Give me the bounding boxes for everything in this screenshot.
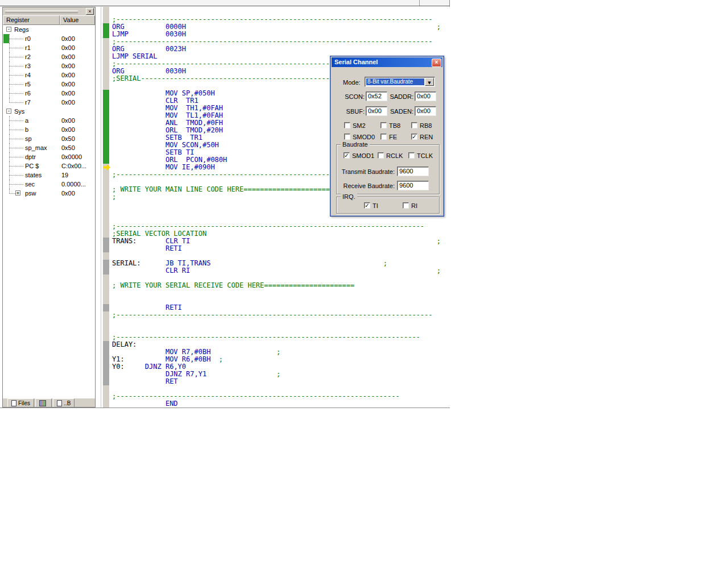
register-row-sp[interactable]: sp0x50 <box>3 134 95 143</box>
sbuf-value: 0x00 <box>368 107 382 114</box>
register-row-sys[interactable]: -Sys <box>3 107 95 116</box>
checkbox-box <box>380 134 387 140</box>
collapse-icon[interactable]: - <box>6 109 11 114</box>
register-name: psw <box>25 190 36 197</box>
tab-regs[interactable] <box>35 398 52 407</box>
register-value: 0x00 <box>61 81 75 88</box>
collapse-icon[interactable]: - <box>6 27 11 32</box>
transmit-baudrate-value: 9600 <box>399 168 413 174</box>
register-row-states[interactable]: states19 <box>3 171 95 180</box>
saddr-input[interactable]: 0x00 <box>415 92 436 101</box>
sbuf-input[interactable]: 0x00 <box>366 106 387 116</box>
checkbox-row-1: SM2TB8RB8 <box>332 122 442 130</box>
register-name: sp_max <box>25 144 47 151</box>
register-name: r6 <box>25 90 31 97</box>
saden-label: SADEN: <box>387 108 413 115</box>
checkbox-box: ✓ <box>344 152 350 159</box>
dialog-titlebar[interactable]: Serial Channel × <box>332 57 442 67</box>
tab-files[interactable]: Files <box>7 398 34 407</box>
checkbox-ri[interactable]: RI <box>403 202 417 209</box>
expand-icon[interactable]: + <box>15 190 20 196</box>
transmit-baudrate-input[interactable]: 9600 <box>397 167 429 176</box>
column-header-value[interactable]: Value <box>60 15 95 25</box>
code-line[interactable]: END <box>112 400 441 408</box>
checkbox-tclk[interactable]: TCLK <box>408 152 433 159</box>
application-window: × Register Value -Regsr00x00r10x00r20x00… <box>0 0 450 408</box>
checkbox-smod1[interactable]: ✓SMOD1 <box>344 152 374 159</box>
code-line[interactable]: ORG 0023H <box>112 45 441 53</box>
register-row-sec[interactable]: sec0.0000... <box>3 180 95 189</box>
code-text: LJMP 0030H <box>112 30 186 38</box>
irq-checkboxes: ✓TIRI <box>337 202 439 210</box>
dialog-body: Mode: 8-Bit var.Baudrate ▼ SCON: 0x52 SA… <box>332 67 442 215</box>
register-row-b[interactable]: b0x00 <box>3 125 95 134</box>
checkbox-box <box>378 152 384 159</box>
code-text: ; <box>190 267 441 275</box>
current-instruction-arrow <box>103 164 110 171</box>
dialog-close-button[interactable]: × <box>432 59 441 67</box>
register-row-regs[interactable]: -Regs <box>3 25 95 34</box>
register-row-sp-max[interactable]: sp_max0x50 <box>3 143 95 152</box>
checkbox-fe[interactable]: FE <box>380 133 397 140</box>
code-text: ; <box>210 348 280 356</box>
register-row-r7[interactable]: r70x00 <box>3 98 95 107</box>
tab-books[interactable]: ..B <box>53 398 75 407</box>
saden-value: 0x00 <box>417 107 431 114</box>
code-text: ORL TMOD,#20H <box>112 126 223 134</box>
register-row-r4[interactable]: r40x00 <box>3 70 95 80</box>
combo-dropdown-button[interactable]: ▼ <box>425 78 434 86</box>
checkbox-sm2[interactable]: SM2 <box>344 122 366 129</box>
code-line[interactable]: RET <box>112 378 441 385</box>
drag-grip[interactable] <box>5 10 78 13</box>
code-line[interactable]: ;---------------------------------------… <box>112 334 441 341</box>
code-text: ;---------------------------------------… <box>112 15 433 23</box>
code-text: ; <box>112 193 116 201</box>
receive-baudrate-input[interactable]: 9600 <box>397 181 429 190</box>
checkbox-ti[interactable]: ✓TI <box>364 202 378 209</box>
code-line[interactable]: ; WRITE YOUR SERIAL RECEIVE CODE HERE===… <box>112 282 441 289</box>
register-row-pc-[interactable]: PC $C:0x00... <box>3 161 95 171</box>
register-row-r6[interactable]: r60x00 <box>3 89 95 98</box>
executed-code-marker <box>103 142 109 149</box>
tree-connector <box>9 139 23 139</box>
column-header-register[interactable]: Register <box>3 15 60 25</box>
register-row-r3[interactable]: r30x00 <box>3 61 95 70</box>
register-name: sec <box>25 181 35 188</box>
code-line[interactable]: RETI <box>112 245 441 252</box>
register-row-r0[interactable]: r00x00 <box>3 34 95 43</box>
code-line[interactable] <box>112 319 441 326</box>
checkbox-rb8[interactable]: RB8 <box>411 122 432 129</box>
code-text: DELAY: <box>112 340 136 348</box>
code-text: JB TI,TRANS <box>141 259 211 267</box>
code-line[interactable]: ;---------------------------------------… <box>112 311 441 319</box>
register-name: b <box>25 126 28 133</box>
register-row-r5[interactable]: r50x00 <box>3 80 95 89</box>
checkbox-box <box>408 152 415 159</box>
register-row-a[interactable]: a0x00 <box>3 116 95 125</box>
register-row-dptr[interactable]: dptr0x0000 <box>3 152 95 161</box>
code-line-marker <box>103 348 109 356</box>
register-value: 0x50 <box>61 135 75 142</box>
checkbox-rclk[interactable]: RCLK <box>378 152 403 159</box>
code-line[interactable] <box>112 289 441 297</box>
tree-connector <box>9 39 23 39</box>
register-row-r1[interactable]: r10x00 <box>3 43 95 52</box>
code-text: ;SERIAL VECTOR LOCATION <box>112 230 206 238</box>
code-line[interactable]: CLR RI ; <box>112 267 441 275</box>
code-text: MOV TH1,#0FAH <box>112 104 223 112</box>
close-register-window-button[interactable]: × <box>86 8 94 15</box>
tree-connector <box>9 193 15 194</box>
checkbox-tb8[interactable]: TB8 <box>380 122 400 129</box>
saden-input[interactable]: 0x00 <box>415 106 436 116</box>
register-value: 0x00 <box>61 99 75 106</box>
code-text: ; <box>206 370 280 378</box>
scon-input[interactable]: 0x52 <box>366 92 387 101</box>
checkbox-ren[interactable]: ✓REN <box>411 133 433 140</box>
register-tree: -Regsr00x00r10x00r20x00r30x00r40x00r50x0… <box>3 25 95 398</box>
code-line-marker <box>103 356 109 363</box>
register-row-r2[interactable]: r20x00 <box>3 52 95 61</box>
register-value: 0x00 <box>61 90 75 97</box>
checkbox-smod0[interactable]: SMOD0 <box>344 133 375 140</box>
mode-combobox[interactable]: 8-Bit var.Baudrate ▼ <box>365 77 435 87</box>
register-row-psw[interactable]: +psw0x00 <box>3 189 95 198</box>
